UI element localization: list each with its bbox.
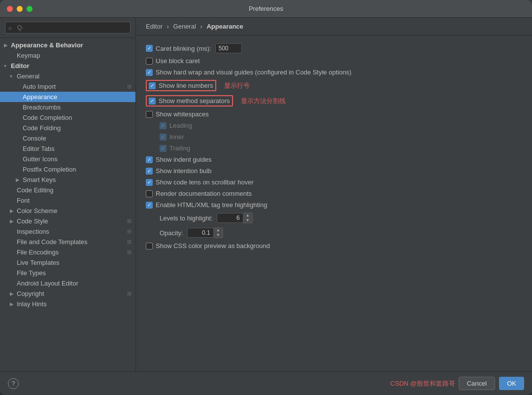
checkbox[interactable] bbox=[146, 58, 153, 65]
show-method-separators-checkbox[interactable]: Show method separators bbox=[149, 97, 230, 105]
ok-button[interactable]: OK bbox=[499, 377, 524, 390]
show-indent-guides-checkbox[interactable]: Show indent guides bbox=[146, 156, 211, 163]
sidebar-item-label: Code Folding bbox=[23, 124, 132, 132]
sidebar-item-live-templates[interactable]: Live Templates bbox=[0, 257, 135, 268]
sidebar-item-breadcrumbs[interactable]: Breadcrumbs bbox=[0, 102, 135, 112]
watermark: CSDN @殷世和套路哥 bbox=[390, 379, 455, 388]
checkbox[interactable] bbox=[146, 156, 153, 163]
help-button[interactable]: ? bbox=[8, 378, 19, 389]
expand-arrow: ▾ bbox=[4, 63, 11, 69]
checkbox[interactable] bbox=[149, 98, 156, 105]
sidebar-item-general[interactable]: ▾ General bbox=[0, 71, 135, 81]
checkbox-label: Show line numbers bbox=[159, 82, 213, 89]
cancel-button[interactable]: Cancel bbox=[459, 377, 495, 390]
sidebar-item-android-layout-editor[interactable]: Android Layout Editor bbox=[0, 278, 135, 288]
checkbox[interactable] bbox=[160, 145, 166, 152]
sidebar-item-postfix-completion[interactable]: Postfix Completion bbox=[0, 164, 135, 175]
titlebar-buttons bbox=[7, 6, 33, 12]
checkbox[interactable] bbox=[146, 190, 153, 197]
sidebar-item-file-code-templates[interactable]: File and Code Templates ⊞ bbox=[0, 237, 135, 247]
expand-arrow: ▶ bbox=[4, 42, 11, 48]
setting-show-indent-guides: Show indent guides bbox=[146, 156, 522, 163]
sidebar-item-label: Code Editing bbox=[17, 186, 132, 194]
copy-icon: ⊞ bbox=[127, 218, 132, 224]
sidebar-item-code-editing[interactable]: Code Editing bbox=[0, 185, 135, 195]
trailing-checkbox[interactable]: Trailing bbox=[160, 144, 190, 152]
sidebar-item-font[interactable]: Font bbox=[0, 195, 135, 206]
checkbox[interactable] bbox=[146, 179, 153, 186]
spinner-down[interactable]: ▼ bbox=[243, 218, 252, 223]
leading-checkbox[interactable]: Leading bbox=[160, 122, 192, 129]
sidebar-item-smart-keys[interactable]: ▶ Smart Keys bbox=[0, 175, 135, 185]
render-doc-comments-checkbox[interactable]: Render documentation comments bbox=[146, 190, 252, 197]
sidebar-item-file-encodings[interactable]: File Encodings ⊞ bbox=[0, 247, 135, 257]
checkbox[interactable] bbox=[146, 45, 153, 52]
spinner-buttons: ▲ ▼ bbox=[243, 213, 253, 223]
spinner-up[interactable]: ▲ bbox=[243, 213, 252, 218]
checkbox-label: Inner bbox=[169, 133, 184, 141]
show-css-color-checkbox[interactable]: Show CSS color preview as background bbox=[146, 242, 270, 250]
sidebar-item-inlay-hints[interactable]: ▶ Inlay Hints bbox=[0, 299, 135, 309]
sidebar-item-code-folding[interactable]: Code Folding bbox=[0, 123, 135, 133]
breadcrumb-editor: Editor bbox=[146, 23, 163, 30]
use-block-caret-checkbox[interactable]: Use block caret bbox=[146, 57, 200, 65]
spinner-down[interactable]: ▼ bbox=[214, 233, 223, 238]
sidebar-item-copyright[interactable]: ▶ Copyright ⊞ bbox=[0, 288, 135, 299]
sidebar-tree: ▶ Appearance & Behavior Keymap ▾ Editor … bbox=[0, 38, 135, 371]
sidebar-item-code-style[interactable]: ▶ Code Style ⊞ bbox=[0, 216, 135, 226]
sidebar-item-code-completion[interactable]: Code Completion bbox=[0, 112, 135, 123]
setting-inner: Inner bbox=[160, 133, 522, 141]
opacity-input[interactable] bbox=[187, 228, 214, 238]
checkbox-label: Enable HTML/XML tag tree highlighting bbox=[156, 201, 267, 209]
annotation-show-method-separators: 显示方法分割线 bbox=[241, 97, 286, 106]
show-whitespaces-checkbox[interactable]: Show whitespaces bbox=[146, 110, 209, 118]
settings-area: Caret blinking (ms): Use block caret Sh bbox=[136, 36, 532, 371]
setting-levels-to-highlight: Levels to highlight: ▲ ▼ bbox=[160, 213, 522, 223]
setting-show-intention-bulb: Show intention bulb bbox=[146, 167, 522, 175]
sidebar-item-label: File Encodings bbox=[17, 249, 125, 256]
expand-arrow: ▶ bbox=[10, 208, 17, 214]
show-intention-bulb-checkbox[interactable]: Show intention bulb bbox=[146, 167, 211, 175]
sidebar-item-gutter-icons[interactable]: Gutter Icons bbox=[0, 154, 135, 164]
sidebar-item-editor-tabs[interactable]: Editor Tabs bbox=[0, 144, 135, 154]
sidebar-item-console[interactable]: Console bbox=[0, 133, 135, 144]
checkbox[interactable] bbox=[146, 69, 153, 76]
show-code-lens-checkbox[interactable]: Show code lens on scrollbar hover bbox=[146, 179, 254, 186]
checkbox[interactable] bbox=[160, 134, 166, 141]
sidebar-item-file-types[interactable]: File Types bbox=[0, 268, 135, 278]
breadcrumb: Editor › General › Appearance bbox=[136, 18, 532, 36]
checkbox-label: Caret blinking (ms): bbox=[156, 45, 211, 52]
checkbox[interactable] bbox=[146, 243, 153, 250]
expand-arrow: ▾ bbox=[10, 73, 17, 79]
search-input[interactable] bbox=[5, 22, 131, 34]
spinner-buttons: ▲ ▼ bbox=[214, 227, 223, 238]
setting-use-block-caret: Use block caret bbox=[146, 57, 522, 65]
expand-arrow: ▶ bbox=[16, 177, 23, 182]
close-button[interactable] bbox=[7, 6, 13, 12]
sidebar-item-appearance-behavior[interactable]: ▶ Appearance & Behavior bbox=[0, 40, 135, 50]
sidebar-item-label: General bbox=[17, 72, 132, 80]
sidebar-item-label: Android Layout Editor bbox=[17, 280, 132, 287]
checkbox[interactable] bbox=[146, 202, 153, 209]
enable-html-xml-checkbox[interactable]: Enable HTML/XML tag tree highlighting bbox=[146, 201, 267, 209]
sidebar-item-editor[interactable]: ▾ Editor bbox=[0, 61, 135, 71]
checkbox-label: Render documentation comments bbox=[156, 190, 252, 197]
caret-blinking-input[interactable] bbox=[215, 43, 242, 53]
spinner-up[interactable]: ▲ bbox=[214, 228, 223, 233]
sidebar-item-auto-import[interactable]: Auto Import ⊞ bbox=[0, 81, 135, 92]
sidebar-item-inspections[interactable]: Inspections ⊞ bbox=[0, 226, 135, 237]
show-hard-wrap-checkbox[interactable]: Show hard wrap and visual guides (config… bbox=[146, 69, 351, 76]
checkbox[interactable] bbox=[160, 122, 166, 129]
checkbox[interactable] bbox=[146, 168, 153, 175]
sidebar-item-appearance[interactable]: Appearance bbox=[0, 92, 135, 102]
maximize-button[interactable] bbox=[27, 6, 33, 12]
sidebar-item-keymap[interactable]: Keymap bbox=[0, 50, 135, 61]
checkbox[interactable] bbox=[146, 111, 153, 118]
inner-checkbox[interactable]: Inner bbox=[160, 133, 184, 141]
minimize-button[interactable] bbox=[17, 6, 23, 12]
checkbox[interactable] bbox=[149, 82, 156, 89]
show-line-numbers-checkbox[interactable]: Show line numbers bbox=[149, 82, 213, 89]
caret-blinking-checkbox[interactable]: Caret blinking (ms): bbox=[146, 45, 211, 52]
levels-input[interactable] bbox=[217, 213, 243, 223]
sidebar-item-color-scheme[interactable]: ▶ Color Scheme bbox=[0, 206, 135, 216]
